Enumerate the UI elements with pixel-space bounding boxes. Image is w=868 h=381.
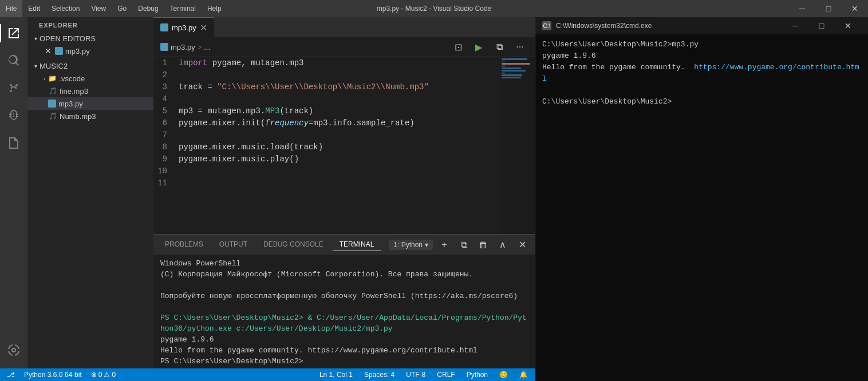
status-spaces[interactable]: Spaces: 4 xyxy=(362,368,397,381)
menu-view[interactable]: View xyxy=(85,0,112,17)
breadcrumb-separator: > xyxy=(198,43,202,51)
language-label: Python xyxy=(467,371,488,379)
open-editors-group: ▾ OPEN EDITORS ✕ mp3.py xyxy=(27,31,153,58)
error-icon: ⊗ xyxy=(91,371,97,379)
file-finemp3[interactable]: 🎵 fine.mp3 xyxy=(27,85,153,97)
status-errors[interactable]: ⊗ 0 ⚠ 0 xyxy=(89,368,118,381)
cmd-close[interactable]: ✕ xyxy=(835,17,861,34)
settings-activity-icon[interactable] xyxy=(0,336,27,364)
code-line-10: 10 xyxy=(153,165,500,177)
vscode-left: EXPLORER ▾ OPEN EDITORS ✕ mp3.py xyxy=(0,17,535,381)
terminal-line-2 xyxy=(160,280,528,291)
bell-icon: 🔔 xyxy=(519,371,528,379)
status-bell[interactable]: 🔔 xyxy=(517,368,530,381)
minimize-button[interactable]: ─ xyxy=(789,0,815,17)
music2-chevron: ▾ xyxy=(34,63,37,69)
menu-debug[interactable]: Debug xyxy=(132,0,164,17)
folder-icon: 📁 xyxy=(48,74,57,83)
code-editor[interactable]: 1 import pygame, mutagen.mp3 2 3 track =… xyxy=(153,57,500,234)
tab-mp3py[interactable]: mp3.py ✕ xyxy=(153,17,214,37)
run-button[interactable]: ▶ xyxy=(471,39,487,55)
pygame-link[interactable]: https://www.pygame.org/contribute.html xyxy=(542,63,859,83)
spaces-label: Spaces: 4 xyxy=(364,371,394,379)
explorer-activity-icon[interactable] xyxy=(0,19,27,47)
more-actions-button[interactable]: ··· xyxy=(512,39,528,55)
expand-terminal-button[interactable]: ∧ xyxy=(495,237,511,253)
open-editors-label: OPEN EDITORS xyxy=(40,34,96,43)
open-editor-mp3py[interactable]: ✕ mp3.py xyxy=(27,45,153,57)
cmd-minimize[interactable]: ─ xyxy=(782,17,808,34)
finemp3-label: fine.mp3 xyxy=(60,87,88,96)
line-num-11: 11 xyxy=(153,177,176,189)
maximize-button[interactable]: □ xyxy=(815,0,842,17)
split-editor-button[interactable]: ⊡ xyxy=(450,39,466,55)
add-terminal-button[interactable]: + xyxy=(436,237,452,253)
status-branch[interactable]: ⎇ xyxy=(5,368,17,381)
music2-header[interactable]: ▾ MUSIC2 xyxy=(27,59,153,72)
status-python[interactable]: Python 3.6.0 64-bit xyxy=(22,368,84,381)
editor-tabs: mp3.py ✕ xyxy=(153,17,535,37)
cmd-maximize[interactable]: □ xyxy=(808,17,835,34)
tab-output[interactable]: OUTPUT xyxy=(212,238,254,251)
line-code-7 xyxy=(176,129,500,141)
terminal-panel: PROBLEMS OUTPUT DEBUG CONSOLE TERMINAL 1… xyxy=(153,234,535,368)
terminal-content[interactable]: Windows PowerShell (С) Корпорация Майкро… xyxy=(153,255,535,368)
code-area: 1 import pygame, mutagen.mp3 2 3 track =… xyxy=(153,57,535,234)
terminal-line-pygame: pygame 1.9.6 xyxy=(160,334,528,345)
status-language[interactable]: Python xyxy=(464,368,490,381)
status-eol[interactable]: CRLF xyxy=(435,368,457,381)
menu-help[interactable]: Help xyxy=(202,0,227,17)
numbmp3-label: Numb.mp3 xyxy=(60,112,96,121)
titlebar-menu: File Edit Selection View Go Debug Termin… xyxy=(0,0,227,17)
tab-mp3py-label: mp3.py xyxy=(172,23,196,32)
menu-edit[interactable]: Edit xyxy=(22,0,46,17)
close-button[interactable]: ✕ xyxy=(842,0,868,17)
close-tab-icon[interactable]: ✕ xyxy=(44,46,53,55)
status-ln-col[interactable]: Ln 1, Col 1 xyxy=(317,368,355,381)
menu-selection[interactable]: Selection xyxy=(46,0,85,17)
extensions-activity-icon[interactable] xyxy=(0,129,27,157)
line-num-1: 1 xyxy=(153,57,176,69)
tab-close-button[interactable]: ✕ xyxy=(200,22,207,33)
menu-terminal[interactable]: Terminal xyxy=(164,0,202,17)
terminal-line-1: (С) Корпорация Майкрософт (Microsoft Cor… xyxy=(160,269,528,280)
close-terminal-button[interactable]: ✕ xyxy=(514,237,530,253)
code-line-5: 5 mp3 = mutagen.mp3.MP3(track) xyxy=(153,105,500,117)
menu-go[interactable]: Go xyxy=(112,0,132,17)
mp3py-label: mp3.py xyxy=(58,100,83,108)
menu-file[interactable]: File xyxy=(0,0,22,17)
search-activity-icon[interactable] xyxy=(0,47,27,74)
tab-terminal[interactable]: TERMINAL xyxy=(333,238,381,251)
line-code-4 xyxy=(176,93,500,105)
status-left: ⎇ Python 3.6.0 64-bit ⊗ 0 ⚠ 0 xyxy=(5,368,118,381)
debug-activity-icon[interactable] xyxy=(0,102,27,129)
trash-terminal-button[interactable]: 🗑 xyxy=(475,237,491,253)
terminal-selector[interactable]: 1: Python ▾ xyxy=(389,240,433,250)
error-count: 0 xyxy=(98,371,102,379)
cmd-title: C:\Windows\system32\cmd.exe xyxy=(556,22,778,30)
tab-debug-console[interactable]: DEBUG CONSOLE xyxy=(257,238,330,251)
open-editors-header[interactable]: ▾ OPEN EDITORS xyxy=(27,32,153,45)
status-python-label: Python 3.6.0 64-bit xyxy=(24,371,82,379)
titlebar-controls: ─ □ ✕ xyxy=(789,0,868,17)
terminal-line-3: Попробуйте новую кроссплатформенную обол… xyxy=(160,291,528,301)
line-code-9: pygame.mixer.music.play() xyxy=(176,153,500,165)
audio-icon-numb: 🎵 xyxy=(48,112,57,121)
split-panel-button[interactable]: ⧉ xyxy=(491,39,507,55)
status-encoding[interactable]: UTF-8 xyxy=(404,368,428,381)
file-mp3py[interactable]: mp3.py xyxy=(27,97,153,110)
explorer-title: EXPLORER xyxy=(27,17,153,31)
status-bar: ⎇ Python 3.6.0 64-bit ⊗ 0 ⚠ 0 Ln 1, Col … xyxy=(0,368,535,381)
source-control-activity-icon[interactable] xyxy=(0,74,27,102)
line-num-5: 5 xyxy=(153,105,176,117)
status-feedback[interactable]: 😊 xyxy=(497,368,510,381)
folder-vscode[interactable]: › 📁 .vscode xyxy=(27,72,153,85)
minimap-content xyxy=(500,57,535,80)
cmd-app-icon: C:\ xyxy=(542,21,551,30)
line-num-10: 10 xyxy=(153,165,176,177)
file-numbmp3[interactable]: 🎵 Numb.mp3 xyxy=(27,110,153,122)
titlebar-left: File Edit Selection View Go Debug Termin… xyxy=(0,0,227,17)
git-icon: ⎇ xyxy=(7,371,15,379)
tab-problems[interactable]: PROBLEMS xyxy=(158,238,210,251)
split-terminal-button[interactable]: ⧉ xyxy=(456,237,472,253)
